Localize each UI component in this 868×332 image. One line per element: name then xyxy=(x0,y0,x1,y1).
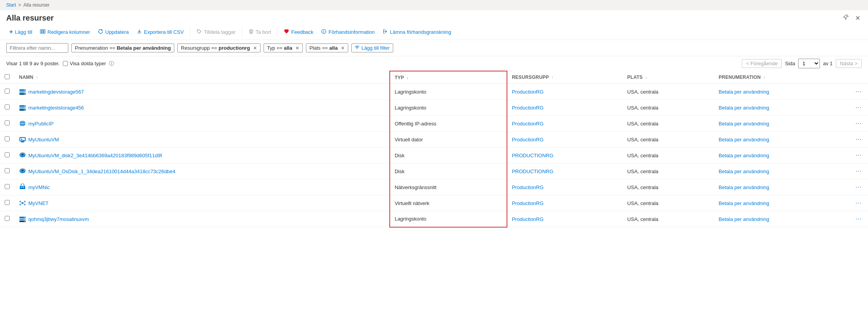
preview-info-button[interactable]: Förhandsinformation xyxy=(318,27,378,37)
row-namn: MyUbuntuVM xyxy=(14,132,390,148)
add-button[interactable]: + Lägg till xyxy=(6,26,35,37)
more-actions-button[interactable]: ··· xyxy=(854,215,863,223)
prenumeration-link[interactable]: Betala per användning xyxy=(719,184,769,190)
row-namn: MyUbuntuVM_disk2_3e414bb6369a420183f989d… xyxy=(14,148,390,163)
row-checkbox[interactable] xyxy=(5,168,10,173)
filter-name-input[interactable] xyxy=(6,43,68,53)
more-actions-button[interactable]: ··· xyxy=(854,183,863,191)
pin-button[interactable] xyxy=(841,13,851,23)
resource-link[interactable]: marketingteststorage456 xyxy=(19,104,385,111)
add-filter-button[interactable]: Lägg till filter xyxy=(351,43,393,52)
resursgrupp-link[interactable]: ProductionRG xyxy=(512,89,544,95)
toolbar-divider-1 xyxy=(190,27,190,37)
more-actions-button[interactable]: ··· xyxy=(854,87,863,96)
leave-preview-button[interactable]: Lämna förhandsgranskning xyxy=(380,27,455,37)
row-checkbox[interactable] xyxy=(5,152,10,157)
row-prenumeration: Betala per användning xyxy=(714,148,849,163)
filter-plats-close[interactable]: ✕ xyxy=(341,45,345,51)
filters-row: Prenumeration == Betala per användning R… xyxy=(0,40,868,56)
resource-icon xyxy=(19,152,26,159)
edit-columns-button[interactable]: Redigera kolumner xyxy=(37,27,93,37)
table-row: MyUbuntuVM_OsDisk_1_34dea21610014d44a341… xyxy=(0,163,868,179)
resursgrupp-link[interactable]: ProductionRG xyxy=(512,105,544,111)
more-actions-button[interactable]: ··· xyxy=(854,103,863,112)
resource-link[interactable]: myPublicIP xyxy=(19,120,385,127)
filter-resursgrupp-close[interactable]: ✕ xyxy=(253,45,257,51)
prenumeration-link[interactable]: Betala per användning xyxy=(719,105,769,111)
resursgrupp-link[interactable]: ProductionRG xyxy=(512,137,544,143)
row-plats: USA, centrala xyxy=(623,132,714,148)
row-checkbox-cell xyxy=(0,211,14,227)
show-hidden-label[interactable]: Visa dolda typer xyxy=(63,61,106,66)
row-prenumeration: Betala per användning xyxy=(714,179,849,195)
breadcrumb: Start > Alla resurser xyxy=(0,0,868,10)
resource-link[interactable]: MyUbuntuVM_disk2_3e414bb6369a420183f989d… xyxy=(19,152,385,159)
row-checkbox-cell xyxy=(0,195,14,211)
svg-rect-21 xyxy=(20,138,25,141)
more-actions-button[interactable]: ··· xyxy=(854,151,863,160)
breadcrumb-start[interactable]: Start xyxy=(6,2,16,8)
column-resursgrupp[interactable]: RESURSGRUPP ↑ xyxy=(507,71,623,84)
row-plats: USA, centrala xyxy=(623,195,714,211)
resource-link[interactable]: MyVNET xyxy=(19,200,385,207)
row-resursgrupp: ProductionRG xyxy=(507,100,623,116)
resource-link[interactable]: MyUbuntuVM xyxy=(19,136,385,143)
row-checkbox[interactable] xyxy=(5,89,10,94)
column-typ[interactable]: TYP ↕ xyxy=(390,71,507,84)
row-typ: Nätverksgränssnitt xyxy=(390,179,507,195)
close-button[interactable]: ✕ xyxy=(854,13,862,23)
prenumeration-link[interactable]: Betala per användning xyxy=(719,121,769,127)
info-tooltip-icon[interactable]: ⓘ xyxy=(109,60,114,67)
feedback-button[interactable]: Feedback xyxy=(281,27,316,37)
resursgrupp-link[interactable]: ProductionRG xyxy=(512,184,544,190)
resursgrupp-link[interactable]: ProductionRG xyxy=(512,200,544,206)
filter-typ-close[interactable]: ✕ xyxy=(295,45,299,51)
row-more-actions: ··· xyxy=(849,195,868,211)
resource-link[interactable]: MyUbuntuVM_OsDisk_1_34dea21610014d44a341… xyxy=(19,168,385,175)
select-all-checkbox[interactable] xyxy=(5,74,10,79)
row-more-actions: ··· xyxy=(849,132,868,148)
prenumeration-link[interactable]: Betala per användning xyxy=(719,89,769,95)
update-button[interactable]: Uppdatera xyxy=(95,27,132,37)
resursgrupp-link[interactable]: PRODUCTIONRG xyxy=(512,169,554,174)
prenumeration-link[interactable]: Betala per användning xyxy=(719,153,769,158)
next-page-button[interactable]: Nästa > xyxy=(836,59,862,68)
more-actions-button[interactable]: ··· xyxy=(854,167,863,176)
prenumeration-link[interactable]: Betala per användning xyxy=(719,137,769,143)
more-actions-button[interactable]: ··· xyxy=(854,199,863,207)
svg-point-15 xyxy=(24,106,25,106)
breadcrumb-separator: > xyxy=(18,2,21,8)
export-csv-button[interactable]: Exportera till CSV xyxy=(134,27,187,37)
page-select[interactable]: 1 xyxy=(798,59,820,68)
resource-link[interactable]: marketingdevstorage567 xyxy=(19,88,385,95)
more-actions-button[interactable]: ··· xyxy=(854,119,863,128)
row-checkbox[interactable] xyxy=(5,216,10,221)
resursgrupp-link[interactable]: ProductionRG xyxy=(512,216,544,222)
column-prenumeration[interactable]: PRENUMERATION ↑ xyxy=(714,71,849,84)
row-checkbox[interactable] xyxy=(5,136,10,141)
previous-page-button[interactable]: < Föregående xyxy=(742,59,782,68)
row-checkbox[interactable] xyxy=(5,104,10,110)
column-namn[interactable]: NAMN ↑ xyxy=(14,71,390,84)
prenumeration-link[interactable]: Betala per användning xyxy=(719,216,769,222)
resursgrupp-link[interactable]: PRODUCTIONRG xyxy=(512,153,554,158)
more-actions-button[interactable]: ··· xyxy=(854,135,863,144)
row-checkbox[interactable] xyxy=(5,120,10,125)
svg-rect-29 xyxy=(21,187,22,188)
resource-link[interactable]: qohmq3jbwy7mosalinuxvm xyxy=(19,216,385,222)
row-checkbox[interactable] xyxy=(5,200,10,205)
table-row: MyVNET Virtuellt nätverk ProductionRG US… xyxy=(0,195,868,211)
resursgrupp-link[interactable]: ProductionRG xyxy=(512,121,544,127)
resources-table: NAMN ↑ TYP ↕ RESURSGRUPP ↑ PLATS ↓ xyxy=(0,71,868,228)
header-actions: ✕ xyxy=(841,13,862,23)
filter-tag-typ: Typ == alla ✕ xyxy=(264,43,303,52)
resource-link[interactable]: myVMNic xyxy=(19,184,385,191)
prenumeration-link[interactable]: Betala per användning xyxy=(719,200,769,206)
show-hidden-checkbox[interactable] xyxy=(63,61,68,66)
column-plats[interactable]: PLATS ↓ xyxy=(623,71,714,84)
assign-tags-button[interactable]: Tilldela taggar xyxy=(193,27,238,37)
delete-button[interactable]: Ta bort xyxy=(245,27,274,37)
row-resursgrupp: PRODUCTIONRG xyxy=(507,148,623,163)
row-checkbox[interactable] xyxy=(5,184,10,189)
prenumeration-link[interactable]: Betala per användning xyxy=(719,169,769,174)
